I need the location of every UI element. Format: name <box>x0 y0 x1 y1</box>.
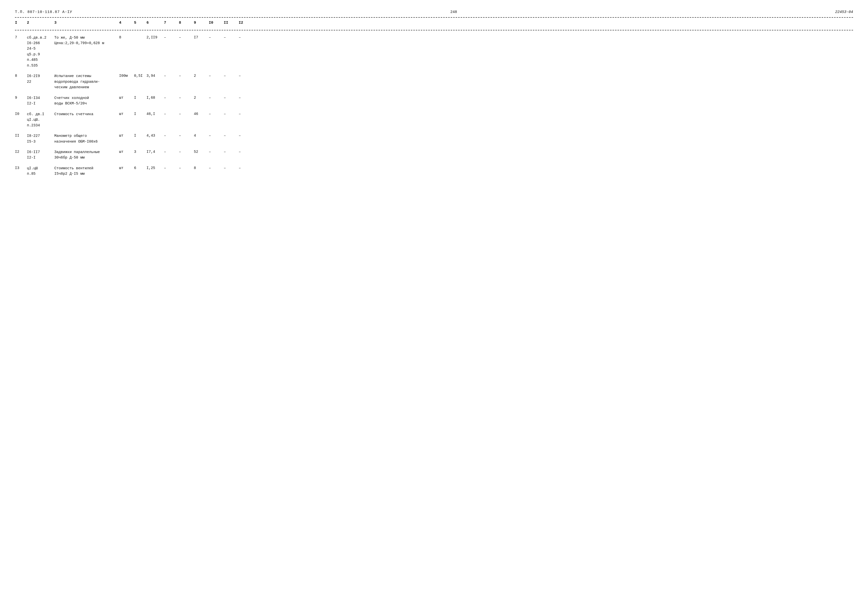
row-9-qty: I <box>134 95 146 101</box>
row-10-c10: – <box>209 111 224 117</box>
row-12-qty: 3 <box>134 149 146 155</box>
col-header-7: 7 <box>164 20 179 26</box>
row-13-num: I3 <box>15 166 27 171</box>
row-7-desc: То же, Д-50 мм Цена:2,29-0,799+0,628 м <box>54 35 119 46</box>
row-13-price: I,25 <box>146 166 164 171</box>
row-12-c8: – <box>179 149 194 155</box>
col-header-4: 4 <box>119 20 134 26</box>
table-row: II I8-227 I5-3 Манометр общего назначени… <box>15 133 853 144</box>
row-11-desc: Манометр общего назначения ОБМ-I00х6 <box>54 133 119 144</box>
table-row: 7 сб.дв.в.2 I6-266 24-5 ц5.р.9 п.485 п.5… <box>15 35 853 68</box>
row-13-qty: 6 <box>134 166 146 171</box>
row-11-price: 4,43 <box>146 133 164 139</box>
header-divider <box>15 30 853 30</box>
row-8-c10: – <box>209 73 224 79</box>
row-11-c9: 4 <box>194 133 209 139</box>
col-header-1: I <box>15 20 27 26</box>
row-9-c12: – <box>239 95 254 101</box>
row-13-c7: – <box>164 166 179 171</box>
table-body: 7 сб.дв.в.2 I6-266 24-5 ц5.р.9 п.485 п.5… <box>15 35 853 177</box>
row-8-c12: – <box>239 73 254 79</box>
header-left: Т.П. 807-10-118.87 А-IУ <box>15 10 72 14</box>
row-12-code: I6-II7 I2-I <box>27 149 54 161</box>
row-8-price: 3,94 <box>146 73 164 79</box>
col-header-9: 9 <box>194 20 209 26</box>
row-11-c8: – <box>179 133 194 139</box>
row-10-c12: – <box>239 111 254 117</box>
row-11-c7: – <box>164 133 179 139</box>
row-13-c9: 8 <box>194 166 209 171</box>
row-12-c12: – <box>239 149 254 155</box>
row-10-code: сб. дв.I цI.цШ. п.2334 <box>27 111 54 128</box>
row-13-desc: Стоимость вентилей I5ч8р2 Д-I5 мм <box>54 166 119 177</box>
table-row: 9 I6-I34 I2-I Счетчик холодной воды ВСКМ… <box>15 95 853 107</box>
row-11-c11: – <box>224 133 239 139</box>
col-header-6: 6 <box>146 20 164 26</box>
table-row: I2 I6-II7 I2-I Задвижки параллельные 30ч… <box>15 149 853 161</box>
row-12-desc: Задвижки параллельные 30ч6бр Д-50 мм <box>54 149 119 161</box>
row-10-c11: – <box>224 111 239 117</box>
row-9-c10: – <box>209 95 224 101</box>
col-header-2: 2 <box>27 20 54 26</box>
col-header-8: 8 <box>179 20 194 26</box>
row-7-c11: – <box>224 35 239 40</box>
column-headers: I 2 3 4 5 6 7 8 9 I0 II I2 <box>15 20 853 26</box>
row-10-num: I0 <box>15 111 27 117</box>
row-8-c11: – <box>224 73 239 79</box>
row-13-c11: – <box>224 166 239 171</box>
row-13-unit: шт <box>119 166 134 171</box>
row-10-c7: – <box>164 111 179 117</box>
col-header-10: I0 <box>209 20 224 26</box>
top-divider <box>15 17 853 18</box>
col-header-3: 3 <box>54 20 119 26</box>
header: Т.П. 807-10-118.87 А-IУ 248 22453-04 <box>15 10 853 14</box>
row-13-c12: – <box>239 166 254 171</box>
row-12-unit: шт <box>119 149 134 155</box>
row-9-unit: шт <box>119 95 134 101</box>
row-9-c8: – <box>179 95 194 101</box>
row-7-code: сб.дв.в.2 I6-266 24-5 ц5.р.9 п.485 п.535 <box>27 35 54 68</box>
row-10-qty: I <box>134 111 146 117</box>
row-9-c7: – <box>164 95 179 101</box>
row-7-unit: 8 <box>119 35 134 40</box>
row-8-code: I6-2I9 22 <box>27 73 54 84</box>
row-8-num: 8 <box>15 73 27 79</box>
row-13-c10: – <box>209 166 224 171</box>
row-11-unit: шт <box>119 133 134 139</box>
header-right: 22453-04 <box>835 10 853 14</box>
row-9-c11: – <box>224 95 239 101</box>
row-9-c9: 2 <box>194 95 209 101</box>
row-11-code: I8-227 I5-3 <box>27 133 54 144</box>
row-7-num: 7 <box>15 35 27 40</box>
row-8-unit: I00м <box>119 73 134 79</box>
header-center: 248 <box>450 10 457 14</box>
row-8-qty: 0,5I <box>134 73 146 79</box>
row-8-c7: – <box>164 73 179 79</box>
row-10-unit: шт <box>119 111 134 117</box>
row-12-c11: – <box>224 149 239 155</box>
table-row: I0 сб. дв.I цI.цШ. п.2334 Стоимость счет… <box>15 111 853 128</box>
row-13-c8: – <box>179 166 194 171</box>
row-7-c10: – <box>209 35 224 40</box>
row-7-c9: I7 <box>194 35 209 40</box>
row-10-desc: Стоимость счетчика <box>54 111 119 117</box>
row-7-c12: – <box>239 35 254 40</box>
row-12-c7: – <box>164 149 179 155</box>
row-11-qty: I <box>134 133 146 139</box>
row-8-c8: – <box>179 73 194 79</box>
row-13-code: цI.цШ п.85 <box>27 166 54 177</box>
row-9-desc: Счетчик холодной воды ВСКМ-5/20ч <box>54 95 119 107</box>
row-11-c12: – <box>239 133 254 139</box>
row-12-c9: 52 <box>194 149 209 155</box>
row-7-c8: – <box>179 35 194 40</box>
row-9-num: 9 <box>15 95 27 101</box>
col-header-5: 5 <box>134 20 146 26</box>
row-10-c9: 46 <box>194 111 209 117</box>
row-12-c10: – <box>209 149 224 155</box>
row-9-code: I6-I34 I2-I <box>27 95 54 107</box>
row-8-desc: Испытание системы водопровода гидравли- … <box>54 73 119 90</box>
row-7-c7: – <box>164 35 179 40</box>
row-8-c9: 2 <box>194 73 209 79</box>
row-10-c8: – <box>179 111 194 117</box>
row-9-price: I,68 <box>146 95 164 101</box>
